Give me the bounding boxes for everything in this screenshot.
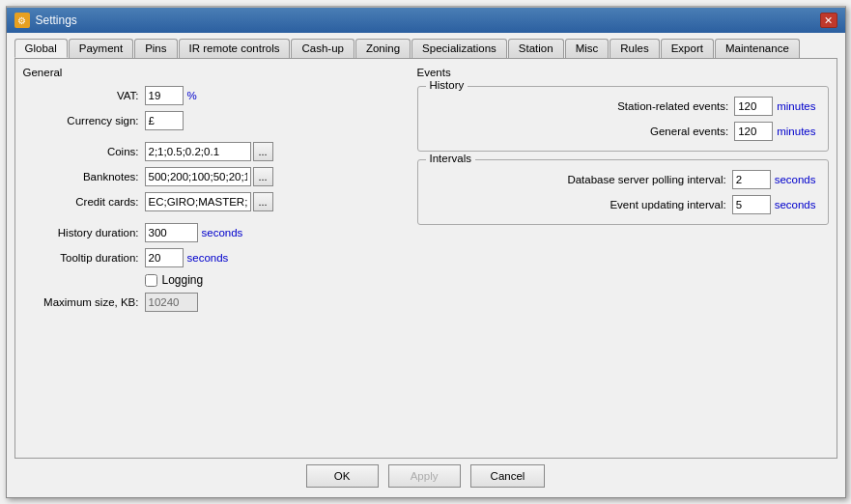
currency-input[interactable]: [145, 111, 184, 130]
coins-row: Coins: ...: [23, 142, 410, 161]
window-body: Global Payment Pins IR remote controls C…: [7, 33, 845, 497]
db-polling-label: Database server polling interval:: [430, 174, 726, 185]
tab-pins[interactable]: Pins: [134, 39, 177, 58]
app-icon: ⚙: [14, 13, 30, 28]
tooltip-duration-input[interactable]: [145, 248, 184, 267]
db-polling-row: Database server polling interval: second…: [430, 170, 816, 189]
db-polling-input[interactable]: [732, 170, 771, 189]
general-events-input[interactable]: [734, 122, 773, 141]
settings-window: ⚙ Settings ✕ Global Payment Pins IR remo…: [6, 6, 846, 498]
window-title: Settings: [36, 14, 77, 27]
general-events-unit: minutes: [777, 126, 815, 137]
banknotes-browse-button[interactable]: ...: [253, 167, 273, 186]
maxsize-input[interactable]: [145, 293, 198, 312]
history-duration-input[interactable]: [145, 223, 198, 242]
logging-checkbox[interactable]: [145, 274, 157, 287]
banknotes-input-group: ...: [145, 167, 273, 186]
tab-station[interactable]: Station: [508, 39, 564, 58]
coins-browse-button[interactable]: ...: [253, 142, 273, 161]
currency-label: Currency sign:: [23, 115, 139, 126]
tab-bar: Global Payment Pins IR remote controls C…: [14, 39, 837, 58]
history-group-box: History Station-related events: minutes …: [417, 86, 829, 152]
tab-export[interactable]: Export: [661, 39, 714, 58]
tab-maintenance[interactable]: Maintenance: [715, 39, 800, 58]
tab-ir-remote-controls[interactable]: IR remote controls: [179, 39, 291, 58]
title-bar-left: ⚙ Settings: [14, 13, 77, 28]
station-events-label: Station-related events:: [430, 100, 729, 112]
creditcards-row: Credit cards: ...: [23, 192, 410, 211]
title-bar: ⚙ Settings ✕: [7, 8, 845, 33]
tooltip-duration-label: Tooltip duration:: [23, 252, 139, 264]
currency-row: Currency sign:: [23, 111, 410, 130]
tab-specializations[interactable]: Specializations: [411, 39, 507, 58]
station-events-row: Station-related events: minutes: [430, 97, 816, 116]
tooltip-duration-unit: seconds: [187, 252, 229, 264]
intervals-group-box: Intervals Database server polling interv…: [417, 159, 829, 225]
maxsize-label: Maximum size, KB:: [23, 296, 139, 308]
event-updating-input[interactable]: [732, 195, 771, 214]
cancel-button[interactable]: Cancel: [470, 464, 546, 488]
tooltip-duration-row: Tooltip duration: seconds: [23, 248, 410, 267]
event-updating-label: Event updating interval:: [430, 199, 726, 210]
coins-input-group: ...: [145, 142, 273, 161]
banknotes-row: Banknotes: ...: [23, 167, 410, 186]
tab-global[interactable]: Global: [14, 39, 68, 58]
logging-row: Logging: [145, 273, 410, 287]
tab-payment[interactable]: Payment: [69, 39, 133, 58]
history-duration-unit: seconds: [202, 227, 243, 238]
coins-input[interactable]: [145, 142, 251, 161]
events-section-title: Events: [417, 67, 829, 78]
general-events-row: General events: minutes: [430, 122, 816, 141]
right-panel: Events History Station-related events: m…: [417, 67, 829, 450]
maxsize-row: Maximum size, KB:: [23, 293, 410, 312]
tab-cash-up[interactable]: Cash-up: [291, 39, 354, 58]
creditcards-browse-button[interactable]: ...: [253, 192, 273, 211]
banknotes-label: Banknotes:: [23, 171, 139, 182]
tab-misc[interactable]: Misc: [565, 39, 610, 58]
db-polling-unit: seconds: [775, 174, 816, 185]
creditcards-label: Credit cards:: [23, 196, 139, 208]
vat-row: VAT: %: [23, 86, 410, 105]
history-duration-label: History duration:: [23, 227, 139, 238]
creditcards-input[interactable]: [145, 192, 251, 211]
close-button[interactable]: ✕: [820, 13, 837, 28]
event-updating-unit: seconds: [775, 199, 816, 210]
left-panel: General VAT: % Currency sign: Coins:: [23, 67, 410, 450]
vat-input[interactable]: [145, 86, 184, 105]
logging-label: Logging: [162, 273, 204, 287]
history-group-title: History: [426, 79, 468, 91]
intervals-group-title: Intervals: [426, 153, 475, 164]
vat-unit: %: [187, 90, 197, 101]
tab-content: General VAT: % Currency sign: Coins:: [14, 58, 837, 459]
event-updating-row: Event updating interval: seconds: [430, 195, 816, 214]
tab-rules[interactable]: Rules: [610, 39, 659, 58]
coins-label: Coins:: [23, 146, 139, 157]
vat-label: VAT:: [23, 90, 139, 101]
ok-button[interactable]: OK: [306, 464, 379, 488]
history-duration-row: History duration: seconds: [23, 223, 410, 242]
apply-button[interactable]: Apply: [388, 464, 461, 488]
general-events-label: General events:: [430, 126, 729, 137]
station-events-input[interactable]: [734, 97, 773, 116]
tab-zoning[interactable]: Zoning: [355, 39, 411, 58]
banknotes-input[interactable]: [145, 167, 251, 186]
station-events-unit: minutes: [777, 100, 815, 112]
bottom-bar: OK Apply Cancel: [14, 459, 837, 490]
creditcards-input-group: ...: [145, 192, 273, 211]
general-section-title: General: [23, 67, 410, 78]
